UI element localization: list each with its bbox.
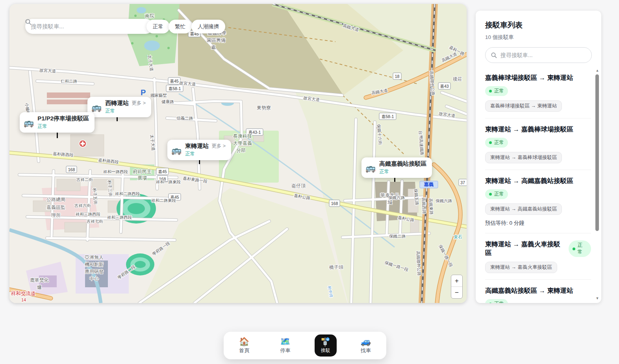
bottom-navigation: 🏠 首頁 🗺️ 停車 🚏 接駁 🚙 找車 bbox=[224, 332, 386, 359]
list-item[interactable]: 東轉運站 → 嘉義棒球場接駁區 正常 東轉運站 → 嘉義棒球場接駁區 bbox=[485, 118, 591, 170]
svg-text:嘉45: 嘉45 bbox=[170, 79, 178, 83]
svg-text:14: 14 bbox=[21, 297, 26, 302]
map-popup-p1p2[interactable]: 🚌 P1/P2停車場接駁區 正常 bbox=[20, 112, 95, 133]
status-dot bbox=[489, 90, 492, 92]
shuttle-list[interactable]: 嘉義棒球場接駁區 → 東轉運站 正常 嘉義棒球場接駁區 → 東轉運站 東轉運站 … bbox=[476, 67, 601, 303]
route-tag: 東轉運站 → 高鐵嘉義站接駁區 bbox=[485, 203, 562, 215]
bus-icon: 🚌 bbox=[24, 118, 34, 127]
list-item[interactable]: 高鐵嘉義站接駁區 → 東轉運站 正常 高鐵嘉義站接駁區 → 東轉運站 bbox=[485, 280, 591, 303]
scrollbar-down-arrow[interactable]: ▼ bbox=[595, 296, 600, 301]
svg-text:東石: 東石 bbox=[454, 235, 462, 239]
filter-chip-normal[interactable]: 正常 bbox=[146, 20, 170, 33]
popup-status: 正常 bbox=[185, 151, 226, 157]
find-car-icon: 🚙 bbox=[361, 337, 371, 346]
shuttle-list-panel: 接駁車列表 10 個接駁車 嘉義棒球場接駁區 → 東轉運站 正常 嘉義棒球場接駁… bbox=[476, 11, 601, 303]
map-popup-hsr-station[interactable]: 🚌 高鐵嘉義站接駁區 正常 bbox=[361, 157, 432, 178]
svg-text:保鐵六路: 保鐵六路 bbox=[388, 195, 405, 200]
svg-text:鹿草焚化: 鹿草焚化 bbox=[30, 277, 49, 283]
route-title: 東轉運站 → 嘉義火車接駁區 bbox=[485, 240, 565, 257]
map-canvas[interactable]: P 嘉義 嘉45 嘉45 嘉58-1 嘉58-1 嘉43-1 嘉43 18 37… bbox=[9, 4, 467, 303]
zoom-out-button[interactable]: − bbox=[451, 287, 462, 298]
popup-title: P1/P2停車場接駁區 bbox=[37, 115, 89, 122]
list-item[interactable]: 東轉運站 → 嘉義火車接駁區 正常 東轉運站 → 嘉義火車接駁區 bbox=[485, 233, 591, 280]
svg-text:應用研發: 應用研發 bbox=[85, 269, 104, 274]
status-label: 正常 bbox=[578, 242, 587, 255]
popup-more-link[interactable]: 更多 > bbox=[132, 100, 146, 107]
svg-text:嘉58-1: 嘉58-1 bbox=[169, 86, 181, 91]
svg-text:嘉58-1: 嘉58-1 bbox=[382, 114, 394, 119]
station-label: 嘉義 bbox=[420, 181, 438, 188]
svg-text:嘉義: 嘉義 bbox=[424, 182, 434, 187]
svg-text:廣場: 廣場 bbox=[137, 175, 147, 181]
svg-text:國家藝墅: 國家藝墅 bbox=[150, 93, 167, 98]
status-label: 正常 bbox=[494, 191, 504, 198]
svg-text:吉祥七街: 吉祥七街 bbox=[86, 219, 103, 224]
status-badge: 正常 bbox=[485, 86, 508, 96]
bus-icon: 🚌 bbox=[365, 164, 376, 172]
svg-text:168: 168 bbox=[68, 167, 75, 172]
wait-time: 預估等待: 0 分鐘 bbox=[485, 220, 591, 227]
svg-text:嘉義區監: 嘉義區監 bbox=[46, 205, 65, 210]
popup-status: 正常 bbox=[105, 108, 146, 115]
svg-text:後莊: 後莊 bbox=[453, 76, 462, 82]
svg-text:祥和二路東段: 祥和二路東段 bbox=[151, 198, 176, 203]
map-popup-west-station[interactable]: 🚌 西轉運站 更多 > 正常 bbox=[87, 97, 151, 117]
svg-text:嘉43: 嘉43 bbox=[440, 84, 448, 89]
nav-label: 首頁 bbox=[239, 347, 249, 354]
map-popup-east-station[interactable]: 🚌 東轉運站 更多 > 正常 bbox=[167, 140, 231, 160]
status-label: 正常 bbox=[494, 139, 504, 146]
list-scrollbar[interactable]: ▲ ▼ bbox=[595, 68, 600, 301]
route-title: 高鐵嘉義站接駁區 → 東轉運站 bbox=[485, 286, 591, 295]
panel-search-bar[interactable] bbox=[485, 47, 592, 63]
search-icon bbox=[491, 52, 497, 58]
svg-text:機AI創新: 機AI創新 bbox=[85, 262, 103, 267]
svg-text:故宮大道: 故宮大道 bbox=[39, 68, 56, 73]
status-dot bbox=[489, 303, 492, 303]
filter-chip-crowded[interactable]: 人潮擁擠 bbox=[191, 20, 225, 33]
app: P 嘉義 嘉45 嘉45 嘉58-1 嘉58-1 嘉43-1 嘉43 18 37… bbox=[0, 0, 619, 364]
status-badge: 正常 bbox=[569, 240, 591, 257]
route-tag: 東轉運站 → 嘉義棒球場接駁區 bbox=[485, 152, 562, 163]
map-zoom-control: + − bbox=[451, 275, 463, 299]
hospital-icon bbox=[79, 140, 86, 147]
list-item[interactable]: 嘉義棒球場接駁區 → 東轉運站 正常 嘉義棒球場接駁區 → 東轉運站 bbox=[485, 67, 591, 118]
nav-item-shuttle[interactable]: 🚏 接駁 bbox=[315, 334, 337, 357]
route-tag: 東轉運站 → 嘉義火車接駁區 bbox=[485, 262, 557, 273]
shuttle-count: 10 個接駁車 bbox=[485, 34, 592, 41]
map-search-bar[interactable] bbox=[25, 19, 153, 34]
svg-text:保鐵六路: 保鐵六路 bbox=[436, 198, 452, 203]
svg-text:南院: 南院 bbox=[145, 13, 154, 18]
nav-item-findcar[interactable]: 🚙 找車 bbox=[354, 337, 378, 354]
status-badge: 正常 bbox=[485, 189, 508, 199]
parking-icon: P bbox=[141, 88, 146, 97]
svg-text:處: 處 bbox=[211, 44, 216, 50]
svg-text:爐: 爐 bbox=[37, 285, 42, 290]
parking-map-icon: 🗺️ bbox=[280, 337, 290, 346]
panel-search-input[interactable] bbox=[500, 52, 586, 58]
scrollbar-thumb[interactable] bbox=[595, 74, 599, 231]
svg-text:18: 18 bbox=[395, 74, 400, 79]
home-icon: 🏠 bbox=[239, 337, 249, 346]
status-badge: 正常 bbox=[485, 138, 508, 148]
svg-text:信義二路: 信義二路 bbox=[176, 116, 193, 120]
status-dot bbox=[489, 141, 492, 144]
svg-text:祥和三路西段: 祥和三路西段 bbox=[76, 212, 101, 216]
scrollbar-up-arrow[interactable]: ▲ bbox=[595, 68, 600, 73]
svg-text:祥和一路西段: 祥和一路西段 bbox=[103, 169, 128, 174]
svg-text:大學嘉義: 大學嘉義 bbox=[233, 140, 252, 146]
zoom-in-button[interactable]: + bbox=[451, 275, 462, 287]
panel-title: 接駁車列表 bbox=[485, 20, 592, 30]
nav-item-parking[interactable]: 🗺️ 停車 bbox=[273, 337, 297, 354]
popup-more-link[interactable]: 更多 > bbox=[211, 143, 226, 150]
nav-item-home[interactable]: 🏠 首頁 bbox=[232, 337, 256, 354]
svg-text:嘉45: 嘉45 bbox=[158, 169, 167, 174]
svg-text:崙仔頂: 崙仔頂 bbox=[291, 183, 306, 188]
route-title: 東轉運站 → 高鐵嘉義站接駁區 bbox=[485, 177, 591, 185]
popup-title: 高鐵嘉義站接駁區 bbox=[379, 160, 426, 168]
filter-chip-busy[interactable]: 繁忙 bbox=[169, 20, 192, 33]
bus-stop-icon: 🚏 bbox=[321, 338, 331, 346]
list-item[interactable]: 東轉運站 → 高鐵嘉義站接駁區 正常 東轉運站 → 高鐵嘉義站接駁區 預估等待:… bbox=[485, 170, 591, 233]
svg-text:保鐵二路: 保鐵二路 bbox=[389, 234, 406, 238]
map-search-input[interactable] bbox=[31, 23, 148, 30]
svg-text:亞洲無人: 亞洲無人 bbox=[85, 255, 104, 260]
